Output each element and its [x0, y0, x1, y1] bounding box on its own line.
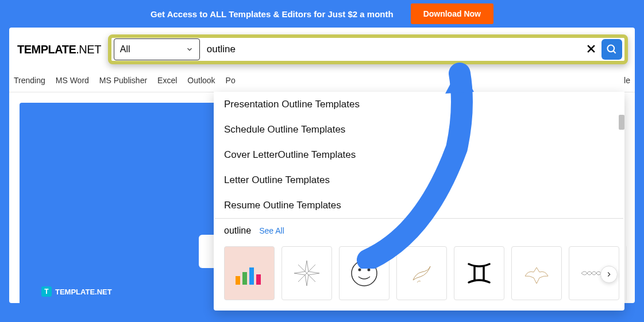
thumbnail-item[interactable]	[396, 246, 447, 300]
see-all-link[interactable]: See All	[259, 226, 284, 235]
thumbnail-item[interactable]	[224, 246, 275, 300]
search-icon	[606, 44, 618, 55]
footer-logo: T TEMPLATE.NET	[41, 286, 112, 297]
svg-point-7	[368, 269, 371, 271]
gemini-outline-icon	[462, 256, 496, 290]
thumbnail-item[interactable]	[281, 246, 332, 300]
svg-rect-3	[249, 267, 254, 285]
search-button[interactable]	[601, 39, 622, 60]
svg-point-6	[358, 269, 361, 271]
smiley-outline-icon	[347, 256, 381, 290]
nav-tab-publisher[interactable]: MS Publisher	[99, 76, 147, 85]
nav-tab-word[interactable]: MS Word	[56, 76, 89, 85]
category-value: All	[120, 44, 130, 55]
nav-tab-right[interactable]: le	[624, 76, 630, 85]
nav-tab-powerpoint[interactable]: Po	[226, 76, 236, 85]
svg-point-0	[608, 45, 615, 52]
svg-rect-4	[256, 274, 261, 285]
svg-point-5	[352, 261, 377, 286]
thumbnail-item[interactable]	[339, 246, 390, 300]
suggestion-item[interactable]: Cover LetterOutline Templates	[214, 142, 624, 168]
thumbnail-item-partial[interactable]	[626, 246, 627, 300]
nav-tab-outlook[interactable]: Outlook	[187, 76, 215, 85]
svg-rect-2	[242, 272, 247, 285]
category-select[interactable]: All	[114, 38, 200, 60]
footer-logo-text: TEMPLATE.NET	[55, 288, 112, 296]
download-now-button[interactable]: Download Now	[411, 3, 493, 24]
banner-text: Get Access to ALL Templates & Editors fo…	[151, 9, 394, 19]
thumbnail-row	[214, 243, 624, 311]
search-bar: All	[108, 34, 628, 64]
nav-tab-excel[interactable]: Excel	[157, 76, 177, 85]
suggestion-item[interactable]: Presentation Outline Templates	[214, 92, 624, 117]
eagle-outline-icon	[519, 256, 554, 290]
suggestion-item[interactable]: Letter Outline Templates	[214, 168, 624, 193]
suggestion-item[interactable]: Schedule Outline Templates	[214, 117, 624, 142]
main-content: TEMPLATE.NET All Trending MS Word MS Pub…	[9, 28, 635, 303]
promo-banner: Get Access to ALL Templates & Editors fo…	[0, 0, 644, 28]
logo-suffix: .NET	[76, 43, 101, 56]
site-logo[interactable]: TEMPLATE.NET	[14, 43, 101, 56]
chart-icon	[232, 256, 267, 290]
star-outline-icon	[290, 256, 324, 290]
next-thumbnails-button[interactable]	[600, 266, 618, 283]
nav-tab-trending[interactable]: Trending	[14, 76, 45, 85]
scrollbar-thumb[interactable]	[619, 115, 624, 130]
results-header: outline See All	[214, 219, 624, 243]
search-input[interactable]	[200, 38, 581, 61]
chevron-down-icon	[186, 45, 194, 53]
search-dropdown: Presentation Outline Templates Schedule …	[214, 92, 624, 311]
logo-brand: TEMPLATE	[17, 43, 76, 56]
thumbnail-item[interactable]	[454, 246, 504, 300]
chevron-right-icon	[605, 270, 613, 278]
results-title: outline	[224, 226, 251, 236]
svg-rect-1	[236, 276, 240, 285]
t-icon: T	[41, 286, 52, 297]
clear-search-button[interactable]	[581, 41, 601, 59]
bird-outline-icon	[404, 256, 439, 290]
close-icon	[585, 43, 597, 55]
header-row: TEMPLATE.NET All	[9, 28, 635, 71]
nav-tabs: Trending MS Word MS Publisher Excel Outl…	[9, 71, 635, 92]
suggestion-item[interactable]: Resume Outline Templates	[214, 193, 624, 218]
thumbnail-item[interactable]	[511, 246, 562, 300]
